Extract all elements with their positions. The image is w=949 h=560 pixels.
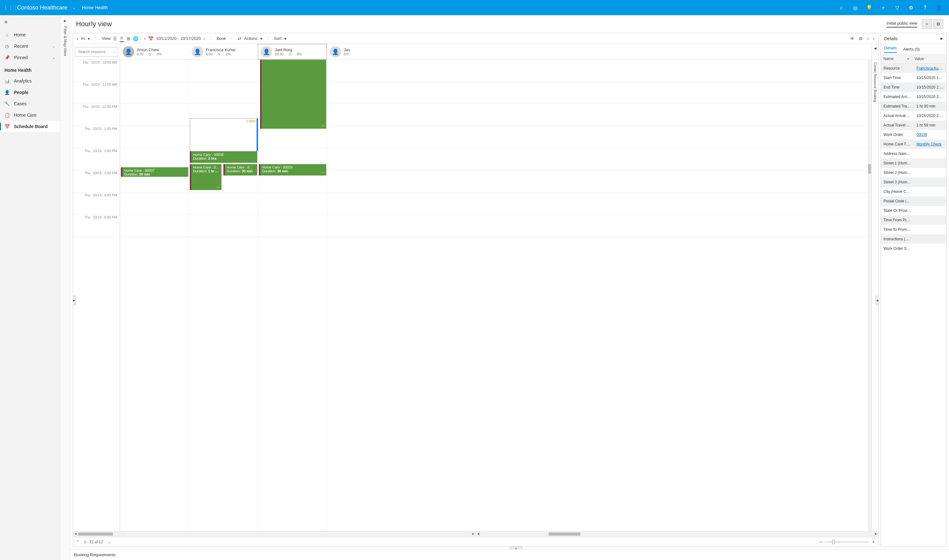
nav-home[interactable]: ⌂Home <box>0 29 60 40</box>
scroll-left-icon[interactable]: ‹ <box>867 36 869 41</box>
grid-body[interactable]: Home Care - 00037 Duration: 30 min 1:30m <box>120 60 872 531</box>
tab-alerts[interactable]: Alerts (0) <box>903 47 920 52</box>
map-view-icon[interactable]: 🌐 <box>133 36 138 41</box>
actions-button[interactable]: Actions <box>244 36 258 41</box>
toolbar-irs[interactable]: irs <box>81 36 85 41</box>
collapse-down-icon[interactable]: ⌄ <box>108 540 111 544</box>
detail-row[interactable]: Start Time10/15/2020 12:33 ... <box>881 73 946 83</box>
resource-header[interactable]: 👤 Anton Chew 0:30◷0% <box>120 44 189 60</box>
detail-row[interactable]: Home Care Type ...Monthly Check <box>881 140 946 149</box>
detail-row[interactable]: Street 1 (Home C... <box>881 158 946 168</box>
resource-header[interactable]: 👤 Francisca Kuhar 4:00◷2% <box>189 44 258 60</box>
expand-left-flap[interactable]: ▶ <box>73 295 76 305</box>
booking-card[interactable]: Home Care - 00038 Duration: 2 hrs <box>190 151 257 163</box>
list-view-icon[interactable]: ☰ <box>113 36 117 41</box>
detail-value[interactable]: 00038 <box>914 132 946 137</box>
sort-button[interactable]: Sort <box>274 36 282 41</box>
detail-row[interactable]: Postal Code (Ho... <box>881 196 946 206</box>
date-prev-icon[interactable]: ‹ <box>144 36 145 41</box>
help-icon[interactable]: ? <box>918 0 932 15</box>
resource-column[interactable]: 1:30m Home Care - 00038 Duration: 2 hrs … <box>189 60 258 531</box>
app-launcher-icon[interactable]: ⋮⋮⋮ <box>3 5 15 11</box>
detail-row[interactable]: Street 2 (Home C... <box>881 168 946 177</box>
resource-header[interactable]: 👤 Jas 0:0 <box>327 44 352 60</box>
nav-prev-icon[interactable]: ‹ <box>77 36 79 41</box>
more-icon[interactable]: ⋯ <box>321 171 325 175</box>
account-icon[interactable]: 👤 <box>932 0 946 15</box>
collapse-right-icon[interactable]: ◀ <box>874 46 876 50</box>
detail-row[interactable]: Time From Promi... <box>881 215 946 225</box>
booking-requirements-panel[interactable]: ▲ Booking Requirements <box>70 549 949 560</box>
nav-schedule-board[interactable]: 📅Schedule Board <box>0 121 60 132</box>
detail-row[interactable]: Address Name (H... <box>881 149 946 158</box>
booking-card[interactable]: Home Care - 00029 Duration: 30 min ⋯ <box>259 164 326 175</box>
detail-row[interactable]: Estimated Arrival ...10/15/2020 2:03 P..… <box>881 92 946 102</box>
filter-icon[interactable]: ▽ <box>890 0 904 15</box>
hourly-view-icon[interactable]: ⫼ <box>120 35 124 42</box>
detail-row[interactable]: Work Order00038 <box>881 130 946 140</box>
detail-row[interactable]: State Or Province... <box>881 206 946 215</box>
nav-pinned[interactable]: 📌Pinned⌄ <box>0 52 60 63</box>
gear-icon[interactable]: ⚙ <box>859 36 863 41</box>
sort-icon[interactable]: ▾ <box>907 57 909 62</box>
dropdown-icon[interactable]: ▾ <box>88 36 90 41</box>
detail-row[interactable]: Instructions (Hom... <box>881 234 946 244</box>
grid-view-icon[interactable]: ⊞ <box>127 36 130 41</box>
date-range[interactable]: 10/11/2020 - 10/17/2020 <box>156 36 201 41</box>
task-icon[interactable]: ◎ <box>849 0 862 15</box>
booking-card[interactable]: Home Care - 00037 Duration: 30 min <box>121 167 188 177</box>
resource-column[interactable]: Home Care - 00037 Duration: 30 min <box>120 60 189 531</box>
detail-row[interactable]: Estimated Travel ...1 hr 30 min <box>881 102 946 111</box>
scroll-right-icon[interactable]: › <box>873 36 875 41</box>
dropdown-icon[interactable]: ▾ <box>260 36 262 41</box>
more-icon[interactable]: ⋯ <box>321 124 325 128</box>
expand-rail-icon[interactable]: ▶ <box>64 19 66 22</box>
vertical-scrollbar[interactable] <box>868 60 872 531</box>
resource-header[interactable]: 👤 Jael Roig 10:30◷6% <box>258 44 327 60</box>
calendar-picker-icon[interactable]: 📅 <box>148 36 153 41</box>
date-next-icon[interactable]: › <box>204 36 205 41</box>
resource-column[interactable] <box>327 60 352 531</box>
nav-recent[interactable]: ◷Recent⌄ <box>0 40 60 52</box>
expand-panel-icon[interactable]: ▶ <box>940 37 943 40</box>
add-icon[interactable]: ＋ <box>876 0 890 15</box>
detail-row[interactable]: Actual Travel Dur...1 hr 59 min <box>881 120 946 130</box>
nav-cases[interactable]: 🔧Cases <box>0 98 60 109</box>
search-input[interactable]: Search resource ⌕ <box>75 47 118 57</box>
zoom-out-icon[interactable]: − <box>820 540 822 544</box>
eye-icon[interactable]: 👁 <box>850 36 854 41</box>
add-view-button[interactable]: ＋ <box>922 19 932 29</box>
detail-row[interactable]: ResourceFrancisca Kuhar <box>881 63 946 73</box>
area-name[interactable]: Home Health <box>82 5 108 10</box>
hamburger-icon[interactable]: ≡ <box>0 15 60 29</box>
brand-chevron-icon[interactable]: ⌄ <box>73 5 82 10</box>
detail-row[interactable]: Actual Arrival Time10/15/2020 2:32 P... <box>881 111 946 120</box>
nav-people[interactable]: 👤People <box>0 87 60 98</box>
settings-icon[interactable]: ⚙ <box>904 0 918 15</box>
booking-card[interactable]: Home Care - 0... Duration: 1 hr ... ⋯ <box>190 164 222 190</box>
zoom-slider[interactable] <box>825 542 869 543</box>
booking-card[interactable]: Home Care - 0... Duration: 30 min <box>224 164 257 175</box>
detail-row[interactable]: Time To Promised... <box>881 225 946 234</box>
zoom-in-icon[interactable]: ＋ <box>872 539 875 545</box>
horizontal-scroll[interactable]: ◀▶ ◀▶ <box>73 531 878 537</box>
filter-rail-label[interactable]: Filter & Map View <box>63 26 67 56</box>
detail-value[interactable]: Monthly Check <box>914 142 946 146</box>
nav-homecare[interactable]: 📋Home Care <box>0 109 60 121</box>
expand-right-flap[interactable]: ◀ <box>876 295 879 305</box>
nav-analytics[interactable]: 📊Analytics <box>0 75 60 87</box>
search-icon[interactable]: ⌕ <box>835 0 849 15</box>
book-button[interactable]: Book <box>216 36 226 41</box>
create-booking-label[interactable]: Create Resource Booking <box>873 62 877 102</box>
resource-column[interactable]: ⋯ Home Care - 00029 Duration: 30 min ⋯ <box>258 60 327 531</box>
detail-value[interactable]: Francisca Kuhar <box>914 66 946 71</box>
detail-row[interactable]: Street 3 (Home C... <box>881 177 946 187</box>
drag-selection[interactable]: 1:30m <box>190 118 257 151</box>
detail-row[interactable]: City (Home Care) <box>881 187 946 196</box>
more-icon[interactable]: ⋯ <box>216 185 220 189</box>
tab-details[interactable]: Details <box>884 46 897 53</box>
detail-row[interactable]: End Time10/15/2020 2:33 P... <box>881 83 946 92</box>
view-settings-button[interactable]: ⚙ <box>933 19 943 29</box>
view-name[interactable]: Initial public view <box>886 21 917 28</box>
collapse-up-icon[interactable]: ⌃ <box>76 540 79 544</box>
